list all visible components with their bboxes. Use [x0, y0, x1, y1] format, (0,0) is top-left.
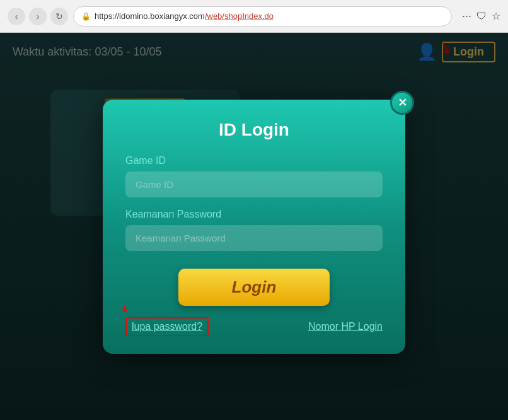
- shield-icon[interactable]: 🛡: [476, 11, 487, 22]
- nomor-hp-link[interactable]: Nomor HP Login: [308, 321, 383, 332]
- password-label: Keamanan Password: [125, 209, 383, 220]
- star-icon[interactable]: ☆: [492, 10, 500, 22]
- lupa-password-link[interactable]: lupa password?: [125, 317, 209, 336]
- browser-chrome: ‹ › ↻ 🔒 https://idomino.boxiangyx.com/we…: [0, 0, 508, 33]
- game-id-input[interactable]: [125, 172, 383, 197]
- menu-icon[interactable]: ···: [462, 9, 471, 23]
- id-login-modal: ✕ ID Login Game ID Keamanan Password Log…: [103, 100, 405, 354]
- page-content: Waktu aktivitas: 03/05 - 10/05 👤 Login ↘…: [0, 33, 508, 420]
- game-id-label: Game ID: [125, 155, 383, 166]
- url-text: https://idomino.boxiangyx.com/web/shopIn…: [95, 11, 444, 21]
- modal-overlay: ✕ ID Login Game ID Keamanan Password Log…: [0, 33, 508, 420]
- red-arrow-lupa: ↘: [116, 298, 133, 316]
- browser-nav-buttons: ‹ › ↻: [8, 8, 68, 25]
- bottom-links: ↘ lupa password? Nomor HP Login: [125, 317, 383, 336]
- back-button[interactable]: ‹: [8, 8, 25, 25]
- password-input[interactable]: [125, 225, 383, 251]
- modal-close-button[interactable]: ✕: [390, 91, 414, 115]
- login-button[interactable]: Login: [178, 269, 330, 306]
- browser-right-icons: ··· 🛡 ☆: [462, 9, 500, 23]
- modal-title: ID Login: [125, 120, 383, 140]
- address-bar[interactable]: 🔒 https://idomino.boxiangyx.com/web/shop…: [73, 6, 452, 26]
- refresh-button[interactable]: ↻: [50, 8, 68, 25]
- forward-button[interactable]: ›: [29, 8, 47, 25]
- lock-icon: 🔒: [81, 12, 91, 21]
